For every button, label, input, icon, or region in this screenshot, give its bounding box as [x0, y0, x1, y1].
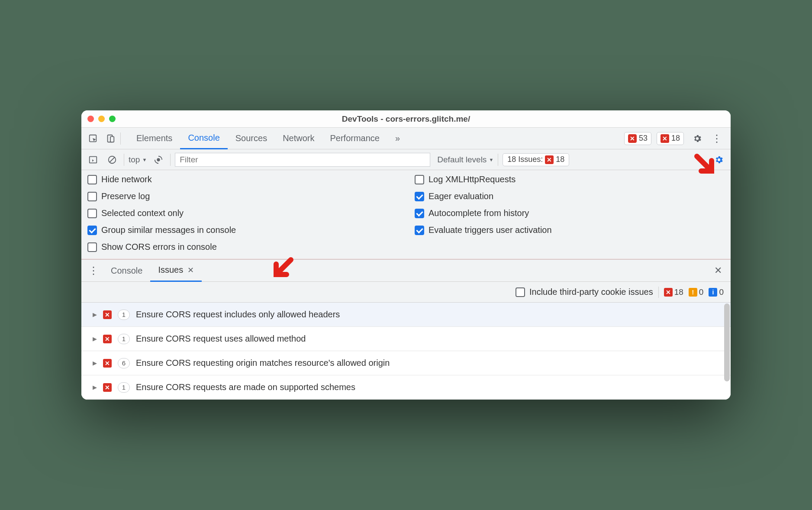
levels-label: Default levels [437, 155, 487, 165]
scrollbar[interactable] [724, 303, 730, 381]
issue-icon: ✕ [103, 383, 112, 392]
issue-count-pill: 6 [118, 358, 130, 368]
checkbox-icon[interactable] [87, 209, 97, 218]
svg-line-5 [110, 157, 115, 162]
issues-orange-count[interactable]: !0 [689, 287, 704, 297]
drawer-tabbar: ⋮ Console Issues ✕ ✕ [81, 259, 731, 282]
issue-icon: ✕ [103, 359, 112, 368]
issues-blue-count[interactable]: i0 [709, 287, 724, 297]
tab-sources[interactable]: Sources [228, 128, 275, 149]
issue-count-pill: 1 [118, 382, 130, 393]
issue-row[interactable]: ▶ ✕ 6 Ensure CORS requesting origin matc… [81, 351, 731, 375]
setting-eager-eval[interactable]: Eager evaluation [415, 191, 725, 201]
main-tabbar: Elements Console Sources Network Perform… [81, 128, 731, 149]
drawer-tab-issues[interactable]: Issues ✕ [150, 259, 202, 282]
checkbox-checked-icon[interactable] [87, 226, 97, 235]
sidebar-toggle-icon[interactable] [86, 152, 100, 167]
chevron-down-icon: ▼ [142, 157, 147, 162]
drawer-close-icon[interactable]: ✕ [708, 265, 728, 276]
issue-title: Ensure CORS request includes only allowe… [136, 310, 340, 320]
error-msg-icon: ✕ [664, 288, 673, 297]
setting-group-similar[interactable]: Group similar messages in console [87, 225, 397, 235]
issue-icon: ✕ [103, 310, 112, 319]
live-expression-icon[interactable] [151, 152, 166, 167]
checkbox-checked-icon[interactable] [415, 209, 424, 218]
issues-red-count[interactable]: ✕18 [664, 287, 683, 297]
chevron-down-icon: ▼ [489, 157, 493, 162]
error-count-chip[interactable]: ✕ 53 [624, 132, 651, 145]
console-toolbar: top ▼ Default levels ▼ 18 Issues: ✕ 18 [81, 149, 731, 170]
divider [498, 154, 498, 166]
device-toggle-icon[interactable] [103, 131, 118, 146]
info-msg-icon: i [709, 288, 717, 297]
setting-preserve-log[interactable]: Preserve log [87, 191, 397, 201]
disclosure-icon[interactable]: ▶ [93, 336, 97, 342]
msg-error-icon: ✕ [661, 134, 669, 143]
tab-console[interactable]: Console [180, 128, 227, 149]
tab-network[interactable]: Network [275, 128, 322, 149]
checkbox-icon[interactable] [415, 175, 424, 184]
msg-error-chip[interactable]: ✕ 18 [657, 132, 684, 145]
issue-row[interactable]: ▶ ✕ 1 Ensure CORS request uses allowed m… [81, 327, 731, 351]
setting-hide-network[interactable]: Hide network [87, 174, 397, 184]
error-icon: ✕ [628, 134, 637, 143]
kebab-menu-icon[interactable]: ⋮ [707, 132, 726, 145]
annotation-arrow-icon [693, 153, 718, 179]
disclosure-icon[interactable]: ▶ [93, 311, 97, 318]
checkbox-icon[interactable] [87, 242, 97, 252]
issue-title: Ensure CORS requests are made on support… [136, 382, 355, 392]
settings-gear-icon[interactable] [690, 131, 705, 146]
devtools-window: DevTools - cors-errors.glitch.me/ Elemen… [81, 110, 731, 400]
levels-dropdown[interactable]: Default levels ▼ [437, 155, 493, 165]
drawer-kebab-icon[interactable]: ⋮ [84, 265, 103, 277]
setting-autocomplete-history[interactable]: Autocomplete from history [415, 208, 725, 218]
svg-point-6 [157, 158, 160, 161]
disclosure-icon[interactable]: ▶ [93, 384, 97, 391]
issues-chip[interactable]: 18 Issues: ✕ 18 [503, 153, 569, 166]
close-tab-icon[interactable]: ✕ [187, 265, 194, 275]
checkbox-icon[interactable] [87, 175, 97, 184]
tab-performance[interactable]: Performance [322, 128, 388, 149]
checkbox-checked-icon[interactable] [415, 226, 424, 235]
context-dropdown[interactable]: top ▼ [129, 155, 147, 165]
issue-title: Ensure CORS request uses allowed method [136, 334, 306, 344]
include-third-party[interactable]: Include third-party cookie issues [516, 287, 653, 297]
issues-toolbar: Include third-party cookie issues ✕18 !0… [81, 282, 731, 303]
window-title: DevTools - cors-errors.glitch.me/ [81, 114, 731, 124]
inspect-icon[interactable] [86, 131, 100, 146]
divider [124, 154, 124, 166]
divider [120, 132, 121, 145]
issue-count-pill: 1 [118, 310, 130, 320]
issue-row[interactable]: ▶ ✕ 1 Ensure CORS request includes only … [81, 303, 731, 327]
main-tabs: Elements Console Sources Network Perform… [129, 128, 408, 149]
disclosure-icon[interactable]: ▶ [93, 360, 97, 366]
issues-chip-count: 18 [556, 155, 564, 164]
svg-rect-3 [90, 156, 97, 163]
checkbox-checked-icon[interactable] [415, 192, 424, 201]
issues-list: ▶ ✕ 1 Ensure CORS request includes only … [81, 303, 731, 400]
clear-console-icon[interactable] [105, 152, 119, 167]
issue-count-pill: 1 [118, 334, 130, 344]
filter-input[interactable] [175, 153, 430, 167]
issue-title: Ensure CORS requesting origin matches re… [136, 358, 390, 368]
titlebar: DevTools - cors-errors.glitch.me/ [81, 110, 731, 128]
tabs-overflow[interactable]: » [387, 128, 408, 149]
checkbox-icon[interactable] [516, 287, 525, 297]
setting-show-cors[interactable]: Show CORS errors in console [87, 242, 397, 252]
setting-evaluate-triggers[interactable]: Evaluate triggers user activation [415, 225, 725, 235]
divider [170, 154, 171, 166]
setting-selected-context[interactable]: Selected context only [87, 208, 397, 218]
tab-elements[interactable]: Elements [129, 128, 180, 149]
context-label: top [129, 155, 140, 165]
issues-chip-icon: ✕ [545, 155, 554, 164]
issue-row[interactable]: ▶ ✕ 1 Ensure CORS requests are made on s… [81, 375, 731, 400]
error-count: 53 [639, 134, 648, 143]
setting-log-xhr[interactable]: Log XMLHttpRequests [415, 174, 725, 184]
svg-rect-2 [110, 136, 114, 142]
checkbox-icon[interactable] [87, 192, 97, 201]
annotation-arrow-icon [270, 256, 294, 283]
msg-error-count: 18 [671, 134, 680, 143]
issue-icon: ✕ [103, 335, 112, 343]
console-settings-panel: Hide network Preserve log Selected conte… [81, 170, 731, 259]
drawer-tab-console[interactable]: Console [103, 259, 150, 282]
